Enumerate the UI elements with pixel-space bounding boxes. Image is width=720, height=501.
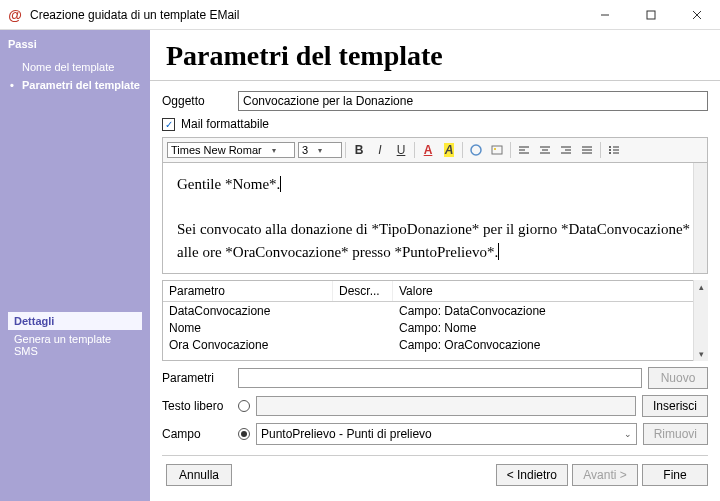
chevron-down-icon: ⌄ <box>624 429 632 439</box>
align-left-button[interactable] <box>514 140 534 160</box>
content-pane: Parametri del template Oggetto ✓ Mail fo… <box>150 30 720 501</box>
maximize-button[interactable] <box>628 0 674 30</box>
list-button[interactable] <box>604 140 624 160</box>
font-family-value: Times New Romar <box>171 144 262 156</box>
parametri-label: Parametri <box>162 371 232 385</box>
campo-label: Campo <box>162 427 232 441</box>
param-descr <box>333 336 393 353</box>
bold-button[interactable]: B <box>349 140 369 160</box>
subject-input[interactable] <box>238 91 708 111</box>
close-button[interactable] <box>674 0 720 30</box>
wizard-footer: Annulla < Indietro Avanti > Fine <box>162 455 708 486</box>
table-row[interactable]: DataConvocazione Campo: DataConvocazione <box>163 302 707 319</box>
mail-formattable-label: Mail formattabile <box>181 117 269 131</box>
italic-button[interactable]: I <box>370 140 390 160</box>
sidebar-details-heading: Dettagli <box>8 312 142 330</box>
param-descr <box>333 319 393 336</box>
param-valore: Campo: Nome <box>393 319 707 336</box>
editor-line1: Gentile *Nome*. <box>177 176 280 192</box>
parameter-table: Parametro Descr... Valore DataConvocazio… <box>162 280 708 361</box>
inserisci-button[interactable]: Inserisci <box>642 395 708 417</box>
align-center-button[interactable] <box>535 140 555 160</box>
col-header-valore[interactable]: Valore <box>393 281 707 301</box>
underline-button[interactable]: U <box>391 140 411 160</box>
sidebar: Passi Nome del template Parametri del te… <box>0 30 150 501</box>
param-valore: Campo: OraConvocazione <box>393 336 707 353</box>
align-right-button[interactable] <box>556 140 576 160</box>
app-icon: @ <box>6 6 24 24</box>
font-size-select[interactable]: 3 ▾ <box>298 142 342 158</box>
table-row[interactable]: Nome Campo: Nome <box>163 319 707 336</box>
param-name: DataConvocazione <box>163 302 333 319</box>
param-name: Nome <box>163 319 333 336</box>
align-justify-button[interactable] <box>577 140 597 160</box>
table-row[interactable]: Ora Convocazione Campo: OraConvocazione <box>163 336 707 353</box>
campo-value: PuntoPrelievo - Punti di prelievo <box>261 427 432 441</box>
editor-toolbar: Times New Romar ▾ 3 ▾ B I U A A <box>163 138 707 163</box>
testo-libero-input[interactable] <box>256 396 636 416</box>
fine-button[interactable]: Fine <box>642 464 708 486</box>
campo-select[interactable]: PuntoPrelievo - Punti di prelievo ⌄ <box>256 423 637 445</box>
campo-radio[interactable] <box>238 428 250 440</box>
nuovo-button[interactable]: Nuovo <box>648 367 708 389</box>
font-color-button[interactable]: A <box>418 140 438 160</box>
svg-point-19 <box>609 146 611 148</box>
annulla-button[interactable]: Annulla <box>166 464 232 486</box>
rimuovi-button[interactable]: Rimuovi <box>643 423 708 445</box>
param-descr <box>333 302 393 319</box>
svg-rect-1 <box>647 11 655 19</box>
font-family-select[interactable]: Times New Romar ▾ <box>167 142 295 158</box>
link-button[interactable] <box>466 140 486 160</box>
table-scrollbar[interactable]: ▴ ▾ <box>693 280 708 361</box>
titlebar: @ Creazione guidata di un template EMail <box>0 0 720 30</box>
param-name: Ora Convocazione <box>163 336 333 353</box>
svg-point-23 <box>609 152 611 154</box>
svg-rect-5 <box>492 146 502 154</box>
param-valore: Campo: DataConvocazione <box>393 302 707 319</box>
sidebar-step-label: Parametri del template <box>22 79 140 91</box>
sidebar-heading: Passi <box>8 38 142 50</box>
col-header-parametro[interactable]: Parametro <box>163 281 333 301</box>
avanti-button[interactable]: Avanti > <box>572 464 638 486</box>
testo-libero-label: Testo libero <box>162 399 232 413</box>
svg-point-4 <box>471 145 481 155</box>
chevron-down-icon: ▾ <box>318 146 322 155</box>
window-title: Creazione guidata di un template EMail <box>30 8 582 22</box>
testo-libero-radio[interactable] <box>238 400 250 412</box>
indietro-button[interactable]: < Indietro <box>496 464 568 486</box>
sidebar-generate-sms-link[interactable]: Genera un template SMS <box>8 330 142 360</box>
editor-line2: Sei convocato alla donazione di *TipoDon… <box>177 221 690 260</box>
editor-scrollbar[interactable] <box>693 163 707 273</box>
sidebar-step-label: Nome del template <box>22 61 114 73</box>
mail-formattable-checkbox[interactable]: ✓ <box>162 118 175 131</box>
parametri-input[interactable] <box>238 368 642 388</box>
page-title: Parametri del template <box>150 30 720 81</box>
highlight-button[interactable]: A <box>439 140 459 160</box>
rich-editor: Times New Romar ▾ 3 ▾ B I U A A <box>162 137 708 274</box>
scroll-up-icon[interactable]: ▴ <box>694 280 708 294</box>
font-size-value: 3 <box>302 144 308 156</box>
subject-label: Oggetto <box>162 94 232 108</box>
minimize-button[interactable] <box>582 0 628 30</box>
col-header-descr[interactable]: Descr... <box>333 281 393 301</box>
image-button[interactable] <box>487 140 507 160</box>
sidebar-step-params[interactable]: Parametri del template <box>8 76 142 94</box>
scroll-down-icon[interactable]: ▾ <box>694 347 708 361</box>
chevron-down-icon: ▾ <box>272 146 276 155</box>
sidebar-step-name[interactable]: Nome del template <box>8 58 142 76</box>
svg-point-6 <box>494 148 496 150</box>
svg-point-21 <box>609 149 611 151</box>
editor-body[interactable]: Gentile *Nome*. Sei convocato alla donaz… <box>163 163 707 273</box>
